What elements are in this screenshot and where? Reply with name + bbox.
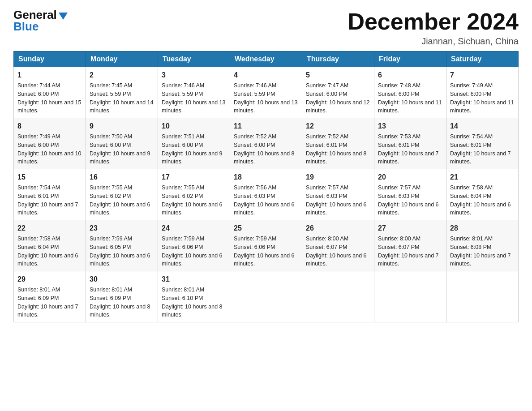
day-number: 12 (306, 121, 370, 132)
day-info: Sunrise: 7:57 AMSunset: 6:03 PMDaylight:… (306, 184, 370, 217)
day-info: Sunrise: 7:59 AMSunset: 6:06 PMDaylight:… (162, 235, 226, 268)
page-header: General Blue December 2024 Jiannan, Sich… (13, 9, 519, 47)
day-number: 3 (162, 70, 226, 81)
calendar-cell: 14Sunrise: 7:54 AMSunset: 6:01 PMDayligh… (446, 118, 519, 169)
day-number: 6 (378, 70, 442, 81)
day-info: Sunrise: 7:47 AMSunset: 6:00 PMDaylight:… (306, 81, 370, 115)
calendar-week-row: 29Sunrise: 8:01 AMSunset: 6:09 PMDayligh… (14, 271, 519, 322)
day-number: 30 (90, 274, 154, 285)
header-sunday: Sunday (14, 51, 86, 67)
day-number: 14 (450, 121, 515, 132)
day-number: 28 (450, 223, 515, 234)
calendar-cell: 22Sunrise: 7:58 AMSunset: 6:04 PMDayligh… (14, 220, 86, 271)
calendar-cell: 19Sunrise: 7:57 AMSunset: 6:03 PMDayligh… (302, 169, 374, 220)
day-info: Sunrise: 7:57 AMSunset: 6:03 PMDaylight:… (378, 184, 442, 217)
calendar-cell: 15Sunrise: 7:54 AMSunset: 6:01 PMDayligh… (14, 169, 86, 220)
calendar-cell: 25Sunrise: 7:59 AMSunset: 6:06 PMDayligh… (230, 220, 302, 271)
header-tuesday: Tuesday (158, 51, 230, 67)
header-wednesday: Wednesday (230, 51, 302, 67)
day-number: 22 (17, 223, 82, 234)
day-number: 17 (162, 172, 226, 183)
month-title: December 2024 (348, 9, 519, 34)
day-info: Sunrise: 7:59 AMSunset: 6:05 PMDaylight:… (90, 235, 154, 268)
logo-general-text: General (13, 9, 68, 21)
day-number: 21 (450, 172, 515, 183)
header-monday: Monday (86, 51, 158, 67)
day-number: 18 (234, 172, 298, 183)
calendar-cell (446, 271, 519, 322)
calendar-cell: 24Sunrise: 7:59 AMSunset: 6:06 PMDayligh… (158, 220, 230, 271)
day-info: Sunrise: 7:52 AMSunset: 6:00 PMDaylight:… (234, 133, 298, 166)
calendar-cell (230, 271, 302, 322)
day-info: Sunrise: 7:56 AMSunset: 6:03 PMDaylight:… (234, 184, 298, 217)
day-number: 23 (90, 223, 154, 234)
day-number: 25 (234, 223, 298, 234)
day-info: Sunrise: 7:59 AMSunset: 6:06 PMDaylight:… (234, 235, 298, 268)
day-info: Sunrise: 8:01 AMSunset: 6:08 PMDaylight:… (450, 235, 515, 268)
day-number: 24 (162, 223, 226, 234)
day-number: 2 (90, 70, 154, 81)
calendar-cell: 3Sunrise: 7:46 AMSunset: 5:59 PMDaylight… (158, 67, 230, 118)
day-info: Sunrise: 7:49 AMSunset: 6:00 PMDaylight:… (17, 133, 82, 166)
day-info: Sunrise: 7:46 AMSunset: 5:59 PMDaylight:… (234, 81, 298, 115)
day-number: 13 (378, 121, 442, 132)
calendar-cell: 31Sunrise: 8:01 AMSunset: 6:10 PMDayligh… (158, 271, 230, 322)
calendar-cell: 28Sunrise: 8:01 AMSunset: 6:08 PMDayligh… (446, 220, 519, 271)
day-info: Sunrise: 7:55 AMSunset: 6:02 PMDaylight:… (162, 184, 226, 217)
calendar-cell: 2Sunrise: 7:45 AMSunset: 5:59 PMDaylight… (86, 67, 158, 118)
title-block: December 2024 Jiannan, Sichuan, China (348, 9, 519, 47)
calendar-week-row: 1Sunrise: 7:44 AMSunset: 6:00 PMDaylight… (14, 67, 519, 118)
day-number: 9 (90, 121, 154, 132)
calendar-week-row: 15Sunrise: 7:54 AMSunset: 6:01 PMDayligh… (14, 169, 519, 220)
calendar-cell: 29Sunrise: 8:01 AMSunset: 6:09 PMDayligh… (14, 271, 86, 322)
day-number: 11 (234, 121, 298, 132)
day-number: 7 (450, 70, 515, 81)
day-number: 10 (162, 121, 226, 132)
day-number: 4 (234, 70, 298, 81)
day-info: Sunrise: 8:01 AMSunset: 6:10 PMDaylight:… (162, 286, 226, 319)
day-number: 20 (378, 172, 442, 183)
calendar-cell: 23Sunrise: 7:59 AMSunset: 6:05 PMDayligh… (86, 220, 158, 271)
calendar-cell: 13Sunrise: 7:53 AMSunset: 6:01 PMDayligh… (374, 118, 446, 169)
day-number: 15 (17, 172, 82, 183)
calendar-table: SundayMondayTuesdayWednesdayThursdayFrid… (13, 51, 519, 322)
calendar-cell: 30Sunrise: 8:01 AMSunset: 6:09 PMDayligh… (86, 271, 158, 322)
day-info: Sunrise: 7:48 AMSunset: 6:00 PMDaylight:… (378, 81, 442, 115)
calendar-cell: 9Sunrise: 7:50 AMSunset: 6:00 PMDaylight… (86, 118, 158, 169)
header-thursday: Thursday (302, 51, 374, 67)
logo: General Blue (13, 9, 68, 32)
calendar-cell: 17Sunrise: 7:55 AMSunset: 6:02 PMDayligh… (158, 169, 230, 220)
calendar-cell: 20Sunrise: 7:57 AMSunset: 6:03 PMDayligh… (374, 169, 446, 220)
calendar-week-row: 8Sunrise: 7:49 AMSunset: 6:00 PMDaylight… (14, 118, 519, 169)
day-number: 19 (306, 172, 370, 183)
day-info: Sunrise: 7:44 AMSunset: 6:00 PMDaylight:… (17, 81, 82, 115)
day-number: 31 (162, 274, 226, 285)
calendar-cell: 8Sunrise: 7:49 AMSunset: 6:00 PMDaylight… (14, 118, 86, 169)
calendar-cell (374, 271, 446, 322)
calendar-cell: 1Sunrise: 7:44 AMSunset: 6:00 PMDaylight… (14, 67, 86, 118)
calendar-cell: 7Sunrise: 7:49 AMSunset: 6:00 PMDaylight… (446, 67, 519, 118)
day-info: Sunrise: 7:58 AMSunset: 6:04 PMDaylight:… (450, 184, 515, 217)
day-info: Sunrise: 8:00 AMSunset: 6:07 PMDaylight:… (378, 235, 442, 268)
calendar-cell: 18Sunrise: 7:56 AMSunset: 6:03 PMDayligh… (230, 169, 302, 220)
calendar-cell: 27Sunrise: 8:00 AMSunset: 6:07 PMDayligh… (374, 220, 446, 271)
day-info: Sunrise: 8:01 AMSunset: 6:09 PMDaylight:… (90, 286, 154, 319)
day-info: Sunrise: 7:55 AMSunset: 6:02 PMDaylight:… (90, 184, 154, 217)
calendar-cell: 16Sunrise: 7:55 AMSunset: 6:02 PMDayligh… (86, 169, 158, 220)
day-info: Sunrise: 7:53 AMSunset: 6:01 PMDaylight:… (378, 133, 442, 166)
day-info: Sunrise: 7:51 AMSunset: 6:00 PMDaylight:… (162, 133, 226, 166)
day-number: 29 (17, 274, 82, 285)
day-number: 8 (17, 121, 82, 132)
calendar-cell: 21Sunrise: 7:58 AMSunset: 6:04 PMDayligh… (446, 169, 519, 220)
day-number: 26 (306, 223, 370, 234)
calendar-cell: 4Sunrise: 7:46 AMSunset: 5:59 PMDaylight… (230, 67, 302, 118)
day-number: 16 (90, 172, 154, 183)
calendar-cell: 10Sunrise: 7:51 AMSunset: 6:00 PMDayligh… (158, 118, 230, 169)
day-info: Sunrise: 8:00 AMSunset: 6:07 PMDaylight:… (306, 235, 370, 268)
calendar-cell: 12Sunrise: 7:52 AMSunset: 6:01 PMDayligh… (302, 118, 374, 169)
day-info: Sunrise: 7:54 AMSunset: 6:01 PMDaylight:… (17, 184, 82, 217)
day-info: Sunrise: 8:01 AMSunset: 6:09 PMDaylight:… (17, 286, 82, 319)
day-number: 1 (17, 70, 82, 81)
day-info: Sunrise: 7:54 AMSunset: 6:01 PMDaylight:… (450, 133, 515, 166)
header-friday: Friday (374, 51, 446, 67)
